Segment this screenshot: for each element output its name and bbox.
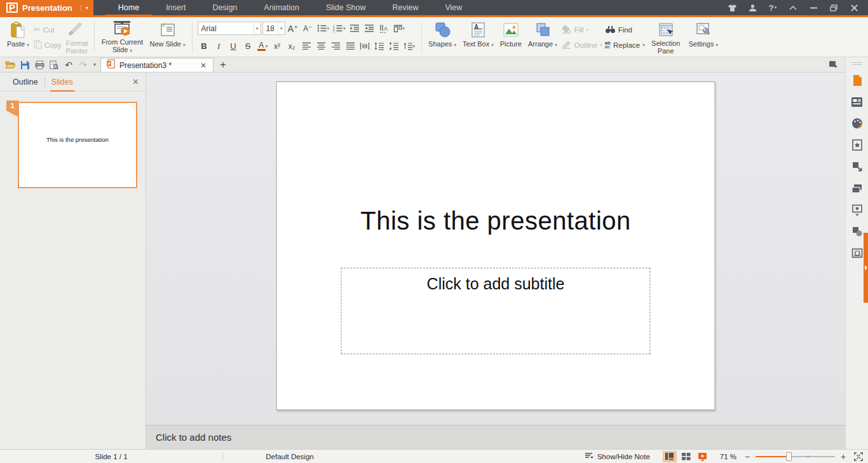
italic-button[interactable]: I [212, 39, 226, 53]
text-placeholder-button[interactable]: ▾ [392, 22, 407, 35]
text-box-button[interactable]: A Text Box ▾ [459, 19, 497, 55]
font-name-combobox[interactable]: Arial ▾ [198, 22, 261, 35]
slideshow-view-button[interactable] [696, 451, 710, 462]
collapse-ribbon-icon[interactable] [784, 1, 802, 15]
tab-outline[interactable]: Outline [6, 73, 44, 91]
text-direction-button[interactable]: A [377, 22, 391, 35]
settings-button[interactable]: Settings ▾ [686, 19, 721, 55]
arrange-button[interactable]: Arrange ▾ [525, 19, 560, 55]
chevron-down-icon[interactable]: ▾ [81, 5, 88, 11]
slide-stack-icon[interactable] [851, 182, 864, 195]
expand-pane-handle[interactable] [864, 233, 868, 303]
close-tab-icon[interactable]: ✕ [181, 61, 207, 70]
strikethrough-button[interactable]: S [241, 39, 255, 53]
show-hide-note-button[interactable]: Show/Hide Note [585, 452, 650, 460]
tab-slides[interactable]: Slides [45, 73, 79, 91]
open-button[interactable] [4, 59, 17, 71]
underline-button[interactable]: U [227, 39, 240, 53]
restore-icon[interactable] [825, 1, 843, 15]
slide-layout-icon[interactable] [851, 95, 864, 108]
subtitle-placeholder[interactable]: Click to add subtitle [341, 268, 651, 354]
tab-home[interactable]: Home [105, 0, 153, 15]
notes-pane[interactable]: Click to add notes [146, 425, 845, 449]
slide-canvas[interactable]: This is the presentation Click to add su… [276, 81, 715, 410]
slide-sorter-view-button[interactable] [679, 451, 693, 462]
zoom-slider-handle[interactable] [786, 452, 792, 461]
save-button[interactable] [18, 59, 31, 71]
line-spacing-increase-button[interactable] [373, 39, 386, 53]
selection-pane-button[interactable]: Selection Pane [646, 19, 686, 55]
format-painter-button[interactable]: Format Painter [63, 19, 92, 55]
justify-button[interactable] [344, 39, 357, 53]
align-left-button[interactable] [300, 39, 313, 53]
tab-design[interactable]: Design [199, 0, 250, 15]
font-color-button[interactable]: A ▾ [256, 39, 269, 53]
zoom-out-button[interactable]: − [743, 452, 752, 462]
paste-button[interactable]: Paste ▾ [4, 19, 32, 55]
close-icon[interactable] [845, 1, 863, 15]
normal-view-button[interactable] [663, 451, 677, 462]
decrease-indent-button[interactable] [348, 22, 362, 35]
numbered-list-button[interactable]: 123 ▾ [332, 22, 347, 35]
slide-transition-icon[interactable] [851, 204, 864, 216]
tab-review[interactable]: Review [379, 0, 431, 15]
line-spacing-button[interactable]: ▾ [402, 39, 417, 53]
new-slide-button[interactable]: New Slide ▾ [146, 19, 188, 55]
find-button[interactable]: Find [605, 24, 645, 36]
outline-button[interactable]: Outline ▾ [562, 39, 602, 51]
zoom-slider[interactable]: + [756, 452, 835, 461]
chevron-down-icon[interactable]: ▾ [266, 44, 268, 49]
from-current-slide-button[interactable]: From Current Slide ▾ [98, 19, 146, 55]
bullet-list-button[interactable]: ▾ [316, 22, 331, 35]
bold-button[interactable]: B [198, 39, 211, 53]
increase-font-size-button[interactable]: A⁺ [287, 22, 300, 35]
redo-button[interactable]: ↷ [77, 59, 90, 71]
fill-button[interactable]: Fill ▾ [562, 24, 602, 36]
canvas-region[interactable]: This is the presentation Click to add su… [146, 73, 845, 425]
replace-button[interactable]: ab ac Replace ▾ [605, 39, 645, 51]
tab-view[interactable]: View [431, 0, 475, 15]
tab-insert[interactable]: Insert [153, 0, 199, 15]
font-size-combobox[interactable]: 18 ▾ [262, 22, 285, 35]
slide-rotate-icon[interactable] [851, 247, 864, 259]
template-star-icon[interactable] [851, 139, 864, 151]
zoom-in-button[interactable]: + [839, 452, 848, 462]
slide-thumbnail[interactable]: This is the presentation [18, 102, 137, 188]
fit-to-window-icon[interactable] [854, 452, 863, 461]
chevron-down-icon[interactable]: ▾ [92, 62, 98, 67]
new-tab-button[interactable]: + [214, 57, 233, 72]
account-icon[interactable] [743, 1, 761, 15]
design-palette-icon[interactable] [851, 117, 864, 130]
cut-button[interactable]: ✂ Cut [34, 24, 62, 36]
paragraph-spacing-button[interactable] [388, 39, 401, 53]
minimize-icon[interactable] [804, 1, 822, 15]
slide-title-text[interactable]: This is the presentation [277, 207, 715, 235]
sidebar-drag-handle[interactable] [852, 61, 862, 66]
help-icon[interactable]: ?▾ [764, 1, 782, 15]
tab-slide-show[interactable]: Slide Show [313, 0, 379, 15]
copy-button[interactable]: Copy [34, 39, 62, 51]
decrease-font-size-button[interactable]: A⁻ [301, 22, 315, 35]
align-right-button[interactable] [329, 39, 342, 53]
new-document-icon[interactable] [851, 74, 864, 86]
object-shapes-icon[interactable] [851, 225, 864, 238]
subscript-button[interactable]: x₂ [285, 39, 299, 53]
document-tab[interactable]: P Presentation3 * ✕ [100, 58, 214, 72]
shapes-button[interactable]: Shapes ▾ [425, 19, 459, 55]
print-preview-button[interactable] [48, 59, 60, 71]
superscript-button[interactable]: x² [271, 39, 284, 53]
increase-indent-button[interactable] [363, 22, 376, 35]
app-logo-menu[interactable]: P Presentation ▾ [0, 0, 93, 15]
undo-button[interactable]: ↶ [62, 59, 75, 71]
skin-icon[interactable] [723, 1, 741, 15]
tab-list-button[interactable] [829, 57, 845, 72]
shape-format-icon[interactable] [851, 160, 864, 173]
print-button[interactable] [33, 59, 46, 71]
chevron-down-icon[interactable]: ▾ [254, 22, 261, 34]
distribute-text-button[interactable] [358, 39, 372, 53]
picture-button[interactable]: Picture [497, 19, 525, 55]
close-panel-icon[interactable]: ✕ [132, 77, 139, 86]
align-center-button[interactable] [315, 39, 328, 53]
tab-animation[interactable]: Animation [250, 0, 313, 15]
chevron-down-icon[interactable]: ▾ [278, 22, 285, 34]
